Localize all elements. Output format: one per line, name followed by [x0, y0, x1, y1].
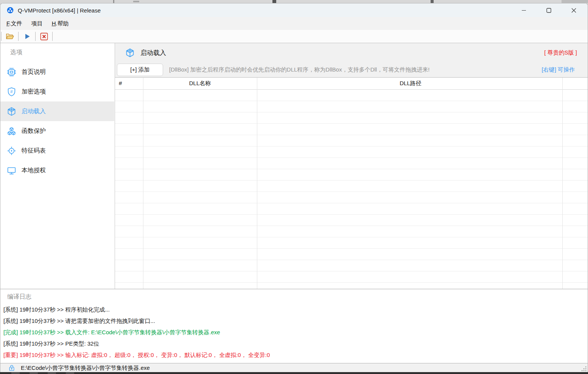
column-header-dll-path[interactable]: DLL路径	[257, 78, 564, 90]
chip-icon	[6, 66, 17, 78]
log-line: [重要] 19时10分37秒 >> 输入标记: 虚拟:0， 超级:0， 授权:0…	[3, 349, 588, 361]
cube-icon	[125, 48, 135, 58]
main-header: 启动载入 [ 尊贵的S版 ]	[115, 43, 588, 62]
titlebar: Q-VMProtect [x86/x64] | Release	[0, 3, 588, 17]
column-header-dll-name[interactable]: DLL名称	[143, 78, 257, 90]
log-lines: [系统] 19时10分37秒 >> 程序初始化完成... [系统] 19时10分…	[3, 304, 588, 361]
menu-project[interactable]: 项目	[27, 17, 47, 30]
resize-grip[interactable]	[581, 366, 587, 372]
menu-help[interactable]: H.帮助	[47, 17, 73, 30]
column-header-index[interactable]: #	[119, 78, 142, 90]
lock-icon	[8, 364, 16, 372]
sidebar-title: 选项	[10, 48, 115, 56]
log-line: [系统] 19时10分37秒 >> PE类型: 32位	[3, 338, 588, 349]
column-divider	[143, 78, 143, 289]
dllbox-description: [DllBox] 加密之后程序启动的时会优先启动你的DLL程序，称为DllBox…	[169, 66, 429, 73]
edition-badge: [ 尊贵的S版 ]	[544, 49, 577, 56]
window-title: Q-VMProtect [x86/x64] | Release	[18, 7, 101, 14]
sidebar: 选项 首页说明	[0, 43, 115, 289]
cubes-icon	[6, 125, 17, 137]
run-button[interactable]	[19, 31, 35, 42]
sidebar-item-label: 加密选项	[22, 88, 46, 96]
sidebar-item-encrypt-options[interactable]: # 加密选项	[0, 82, 114, 101]
sidebar-item-label: 本地授权	[22, 167, 46, 175]
open-folder-icon	[5, 32, 15, 41]
svg-text:#: #	[10, 89, 13, 94]
target-icon	[6, 145, 17, 156]
shield-hash-icon: #	[6, 86, 17, 97]
screen: Q-VMProtect [x86/x64] | Release F.文件 项目 …	[0, 0, 588, 374]
sidebar-item-function-protect[interactable]: 函数保护	[0, 121, 114, 141]
sidebar-item-signature-table[interactable]: 特征码表	[0, 141, 114, 161]
app-icon	[6, 6, 14, 14]
right-click-hint: [右键] 可操作	[541, 66, 575, 73]
monitor-icon	[6, 165, 17, 176]
open-file-button[interactable]	[2, 31, 18, 42]
page-title: 启动载入	[140, 48, 166, 57]
loaded-file-path: E:\ECode\小曾字节集转换器\小曾字节集转换器.exe	[21, 365, 150, 372]
sidebar-item-label: 特征码表	[22, 147, 46, 155]
minimize-icon	[521, 8, 526, 13]
dll-table-body[interactable]	[115, 90, 588, 289]
main-panel: 启动载入 [ 尊贵的S版 ] [+] 添加 [DllBox] 加密之后程序启动的…	[115, 43, 588, 289]
sidebar-item-label: 函数保护	[22, 127, 46, 135]
app-window: Q-VMProtect [x86/x64] | Release F.文件 项目 …	[0, 3, 588, 372]
log-line: [系统] 19时10分37秒 >> 请把需要加密的文件拖拽到此窗口...	[3, 315, 588, 327]
cube-icon	[6, 106, 17, 117]
log-title: 编译日志	[7, 293, 588, 301]
background-window-sliver	[0, 0, 588, 3]
close-file-icon	[39, 32, 49, 41]
sidebar-list: 首页说明 # 加密选项	[0, 62, 114, 180]
log-line: [系统] 19时10分37秒 >> 程序初始化完成...	[3, 304, 588, 315]
maximize-icon	[546, 8, 551, 13]
log-line: [完成] 19时10分37秒 >> 载入文件: E:\ECode\小曾字节集转换…	[3, 327, 588, 338]
menu-file[interactable]: F.文件	[2, 17, 27, 30]
run-icon	[22, 32, 31, 41]
minimize-button[interactable]	[511, 3, 536, 17]
sidebar-item-startup-load[interactable]: 启动载入	[0, 101, 114, 121]
maximize-button[interactable]	[536, 3, 561, 17]
close-icon	[571, 8, 576, 13]
taskbar-sliver	[0, 372, 588, 374]
menubar: F.文件 项目 H.帮助	[0, 17, 588, 30]
sidebar-item-label: 首页说明	[22, 68, 46, 76]
main-subheader: [+] 添加 [DllBox] 加密之后程序启动的时会优先启动你的DLL程序，称…	[115, 62, 588, 77]
sidebar-item-local-license[interactable]: 本地授权	[0, 161, 114, 180]
toolbar-separator	[52, 32, 53, 41]
toolbar	[0, 30, 588, 43]
close-file-button[interactable]	[36, 31, 52, 42]
close-button[interactable]	[561, 3, 586, 17]
window-controls	[511, 3, 586, 17]
compile-log-panel: 编译日志 [系统] 19时10分37秒 >> 程序初始化完成... [系统] 1…	[0, 289, 588, 363]
sidebar-item-label: 启动载入	[22, 108, 46, 115]
statusbar: E:\ECode\小曾字节集转换器\小曾字节集转换器.exe	[0, 363, 588, 372]
content: 选项 首页说明	[0, 43, 588, 289]
dll-table-header: # DLL名称 DLL路径	[115, 78, 588, 90]
column-divider	[257, 78, 257, 289]
dll-table: # DLL名称 DLL路径	[115, 77, 588, 289]
sidebar-item-home[interactable]: 首页说明	[0, 62, 114, 82]
column-divider	[562, 78, 563, 289]
add-dll-button[interactable]: [+] 添加	[117, 64, 163, 76]
